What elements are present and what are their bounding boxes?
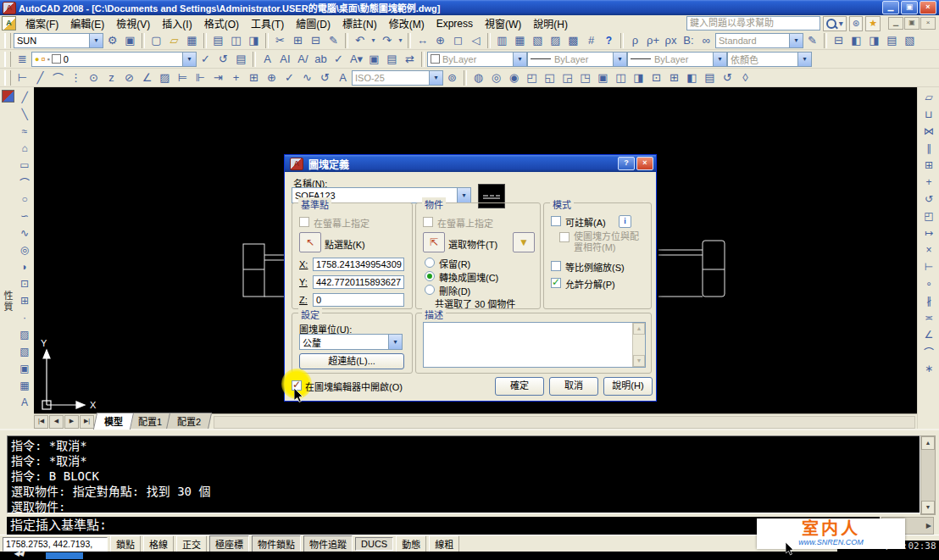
dialog-help-icon[interactable]: ? (618, 157, 635, 170)
ellipse-icon[interactable]: ◎ (16, 241, 33, 258)
ref-open-icon[interactable]: ◧ (683, 69, 701, 86)
ellipse-arc-icon[interactable]: ◗ (16, 258, 33, 275)
command-prompt[interactable]: 指定插入基準點: (7, 517, 880, 535)
chamfer-icon[interactable]: ∠ (920, 326, 937, 343)
mtext-icon[interactable]: A (258, 51, 276, 68)
help-button[interactable]: 說明(H) (603, 377, 653, 396)
make-block-icon[interactable]: ⊞ (16, 292, 33, 309)
ref-circle2-icon[interactable]: ◎ (487, 69, 505, 86)
toggle-lwt[interactable]: 線粗 (429, 535, 459, 552)
center-mark-icon[interactable]: ⊕ (263, 69, 281, 86)
mdi-restore-button[interactable]: ▣ (904, 17, 920, 30)
plot-icon[interactable]: ▤ (209, 32, 227, 49)
dim-style-combo[interactable]: ISO-25▾ (352, 70, 443, 86)
specify-onscreen-checkbox[interactable] (299, 217, 309, 227)
minimize-button[interactable]: ▁ (882, 1, 899, 14)
qnew-icon[interactable]: ▢ (147, 32, 165, 49)
combo-arrow[interactable]: ▾ (513, 53, 526, 66)
tolerance-icon[interactable]: ⊞ (245, 69, 263, 86)
help-search-input[interactable]: 鍵入問題以尋求幫助 (686, 16, 820, 30)
zoom-previous-icon[interactable]: ◁ (467, 32, 485, 49)
designcenter-icon[interactable]: ▦ (511, 32, 529, 49)
menu-edit[interactable]: 編輯(E) (64, 14, 110, 32)
style-edit-icon[interactable]: ✎ (803, 32, 821, 49)
combo-arrow[interactable]: ▾ (713, 53, 726, 66)
publish-icon[interactable]: ◨ (245, 32, 263, 49)
cancel-button[interactable]: 取消 (549, 377, 598, 396)
ref-circle1-icon[interactable]: ◍ (470, 69, 487, 86)
retain-radio[interactable] (425, 258, 435, 268)
menu-draw[interactable]: 繪圖(D) (290, 14, 336, 32)
combo-arrow[interactable]: ▾ (797, 53, 811, 66)
combo-arrow[interactable]: ▾ (457, 188, 470, 202)
dim-arc-length-icon[interactable]: ⌒ (49, 69, 67, 86)
point-add-icon[interactable]: ρ+ (644, 32, 662, 49)
redo-icon[interactable]: ↷ (378, 32, 396, 49)
close-button[interactable]: × (920, 1, 936, 14)
text-style-icon[interactable]: A▾ (347, 51, 365, 68)
menu-file[interactable]: 檔案(F) (19, 14, 64, 32)
combo-arrow[interactable]: ▾ (182, 53, 196, 66)
gradient-icon[interactable]: ▧ (16, 343, 33, 360)
lineweight-combo[interactable]: ByLayer▾ (627, 52, 727, 67)
match-orientation-checkbox[interactable] (559, 232, 570, 242)
menu-help[interactable]: 說明(H) (527, 14, 574, 32)
quick-dim-icon[interactable]: ▨ (156, 69, 174, 86)
layer-previous-icon[interactable]: ↺ (214, 51, 232, 68)
toggle-snap[interactable]: 鎖點 (110, 535, 141, 552)
plot-preview-icon[interactable]: ◫ (227, 32, 245, 49)
ref-clip-icon[interactable]: ⊡ (647, 69, 665, 86)
scroll-down-icon[interactable]: ▼ (633, 355, 645, 367)
menu-tools[interactable]: 工具(T) (245, 14, 290, 32)
combo-arrow[interactable]: ▾ (89, 34, 103, 47)
menu-format[interactable]: 格式(O) (198, 14, 245, 32)
move-icon[interactable]: + (920, 174, 937, 191)
trim-icon[interactable]: × (920, 241, 937, 258)
erase-icon[interactable]: ▱ (920, 89, 937, 106)
menu-express[interactable]: Express (431, 16, 479, 31)
toggle-dyn[interactable]: 動態 (396, 535, 426, 552)
spline-icon[interactable]: ∿ (16, 225, 33, 241)
line-icon[interactable]: ╱ (16, 89, 33, 106)
open-icon[interactable]: ▱ (165, 32, 183, 49)
ref-cube3-icon[interactable]: ◲ (558, 69, 576, 86)
paste-icon[interactable]: ⊟ (307, 32, 325, 49)
linetype-combo[interactable]: ByLayer▾ (527, 52, 627, 67)
node-tool-icon[interactable]: B: (680, 32, 697, 49)
quickcalc-icon[interactable]: # (582, 32, 600, 49)
polygonal-viewport-icon[interactable]: ◨ (865, 32, 883, 49)
circle-icon[interactable]: ○ (16, 191, 33, 208)
ref-attach-icon[interactable]: ◨ (630, 69, 647, 86)
scroll-up-icon[interactable]: ▲ (633, 323, 645, 335)
rectangle-icon[interactable]: ▭ (16, 157, 33, 174)
layer-properties-icon[interactable]: ≣ (14, 51, 31, 68)
help-search-button[interactable]: ▾ (823, 16, 847, 31)
ref-save-icon[interactable]: ▤ (701, 69, 719, 86)
favorites-icon[interactable]: ★ (865, 16, 881, 31)
dim-spacing-icon[interactable]: ⇥ (209, 69, 227, 86)
scroll-up-icon[interactable]: ▲ (921, 436, 935, 450)
mirror-icon[interactable]: ⋈ (920, 123, 937, 140)
dialog-title-bar[interactable]: A 圖塊定義 ? × (285, 155, 656, 172)
convert-to-block-radio[interactable] (425, 271, 435, 281)
color-combo[interactable]: ByLayer▾ (427, 52, 527, 67)
dim-continue-icon[interactable]: ⊩ (192, 69, 209, 86)
arc-icon[interactable]: ⌒ (16, 174, 33, 191)
sheetset-manager-icon[interactable]: ▨ (547, 32, 564, 49)
delete-radio[interactable] (425, 285, 435, 295)
redo-dropdown[interactable]: ▾ (396, 32, 405, 49)
command-scrollbar[interactable]: ▲ ▼ (920, 435, 936, 515)
make-object-layer-current-icon[interactable]: ✓ (197, 51, 214, 68)
info-icon[interactable]: i (619, 215, 631, 228)
pick-point-button[interactable]: ↖ (299, 232, 321, 252)
point-delete-icon[interactable]: ρx (662, 32, 680, 49)
properties-icon[interactable]: ▥ (493, 32, 511, 49)
workspace-combo[interactable]: SUN▾ (14, 33, 103, 48)
area-icon[interactable]: ▧ (901, 32, 919, 49)
plotstyle-combo[interactable]: 依顏色▾ (727, 52, 812, 67)
infinity-tool-icon[interactable]: ∞ (697, 32, 715, 49)
allow-explode-checkbox[interactable] (551, 278, 561, 288)
help-icon[interactable]: ? (600, 32, 618, 49)
dim-radius-icon[interactable]: ⊙ (85, 69, 103, 86)
horizontal-scrollbar[interactable] (214, 416, 915, 429)
